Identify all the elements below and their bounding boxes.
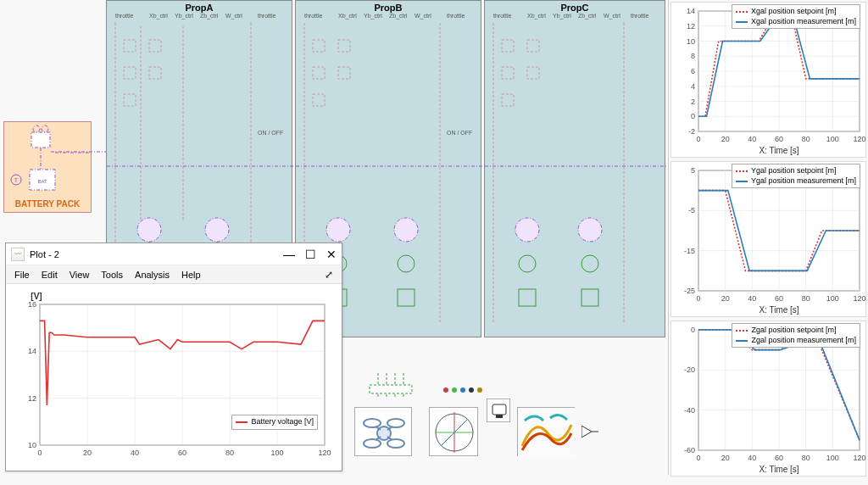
svg-rect-32 xyxy=(502,40,514,52)
battery-pack-block[interactable]: T BAT BATTERY PACK xyxy=(3,121,92,213)
svg-text:20: 20 xyxy=(721,454,730,462)
svg-point-65 xyxy=(477,387,482,393)
svg-rect-1 xyxy=(149,40,161,52)
svg-text:BAT: BAT xyxy=(37,179,47,184)
svg-text:20: 20 xyxy=(721,135,730,143)
svg-text:2: 2 xyxy=(691,98,695,106)
svg-text:0: 0 xyxy=(37,449,42,457)
menu-view[interactable]: View xyxy=(70,270,90,280)
legend-label: Battery voltage [V] xyxy=(251,417,314,427)
right-plots-panel: 020406080100120-202468101214X: Time [s] … xyxy=(668,0,868,475)
svg-text:60: 60 xyxy=(178,449,186,457)
port-label: W_ctrl xyxy=(604,13,620,19)
legend-label: Zgal position setpoint [m] xyxy=(751,326,836,336)
svg-text:100: 100 xyxy=(826,294,839,303)
svg-text:5: 5 xyxy=(691,166,695,175)
svg-point-26 xyxy=(326,218,350,242)
subsystem-prop-c[interactable]: PropC throttle Xb_ctrl Yb_ctrl Zb_ctrl W… xyxy=(484,0,665,337)
svg-text:20: 20 xyxy=(721,294,730,303)
svg-point-11 xyxy=(205,218,229,242)
svg-text:80: 80 xyxy=(802,135,810,143)
cfd-image-block[interactable] xyxy=(517,407,575,456)
svg-text:14: 14 xyxy=(687,7,695,15)
svg-rect-79 xyxy=(492,404,506,415)
port-label: Zb_ctrl xyxy=(200,13,218,19)
on-off-label: ON / OFF xyxy=(258,130,283,136)
svg-text:X: Time [s]: X: Time [s] xyxy=(759,305,798,315)
svg-text:80: 80 xyxy=(802,294,810,303)
drone-icon-block[interactable] xyxy=(354,407,412,456)
svg-rect-45 xyxy=(581,289,598,306)
axis-icon-block[interactable] xyxy=(429,407,478,456)
menu-help[interactable]: Help xyxy=(181,270,201,280)
svg-marker-82 xyxy=(581,426,592,438)
svg-rect-2 xyxy=(124,67,136,79)
plot-window[interactable]: 〰 Plot - 2 — ☐ ✕ File Edit View Tools An… xyxy=(5,242,342,471)
svg-text:12: 12 xyxy=(28,394,36,403)
svg-text:60: 60 xyxy=(775,135,783,143)
menu-file[interactable]: File xyxy=(14,270,30,280)
svg-text:10: 10 xyxy=(28,441,36,449)
svg-rect-3 xyxy=(149,67,161,79)
subsystem-title-c: PropC xyxy=(561,3,589,13)
svg-text:X: Time [s]: X: Time [s] xyxy=(759,465,798,474)
on-off-label: ON / OFF xyxy=(447,130,472,136)
port-label: Xb_ctrl xyxy=(527,13,546,19)
svg-text:80: 80 xyxy=(225,449,234,457)
svg-text:40: 40 xyxy=(748,454,756,462)
svg-point-47 xyxy=(33,125,40,132)
svg-text:4: 4 xyxy=(691,82,695,91)
maximize-button[interactable]: ☐ xyxy=(305,248,316,261)
menu-analysis[interactable]: Analysis xyxy=(135,270,170,280)
close-button[interactable]: ✕ xyxy=(326,248,337,261)
svg-text:100: 100 xyxy=(270,449,283,457)
svg-rect-20 xyxy=(313,67,325,79)
plot-area-battery[interactable]: 02040608010012010121416[V] Battery volta… xyxy=(6,284,342,471)
minimize-button[interactable]: — xyxy=(283,248,295,261)
plot-titlebar[interactable]: 〰 Plot - 2 — ☐ ✕ xyxy=(6,243,342,265)
svg-text:0: 0 xyxy=(691,112,695,120)
svg-text:10: 10 xyxy=(687,37,695,46)
chart-xgal[interactable]: 020406080100120-202468101214X: Time [s] … xyxy=(670,2,866,158)
svg-text:0: 0 xyxy=(696,454,700,462)
pin-icon[interactable]: ⤢ xyxy=(325,269,333,281)
svg-text:T: T xyxy=(14,177,19,183)
plot-app-icon: 〰 xyxy=(11,248,25,261)
svg-text:0: 0 xyxy=(696,135,700,143)
svg-rect-44 xyxy=(519,289,536,306)
port-label: throttle xyxy=(304,13,322,19)
svg-point-43 xyxy=(581,255,598,272)
bottom-schematic xyxy=(344,373,666,478)
svg-text:-25: -25 xyxy=(684,287,695,295)
svg-text:-5: -5 xyxy=(688,206,695,215)
legend-label: Xgal position measurement [m] xyxy=(751,17,856,27)
menu-tools[interactable]: Tools xyxy=(101,270,123,280)
legend-xgal: Xgal position setpoint [m] Xgal position… xyxy=(732,4,860,29)
legend-label: Ygal position measurement [m] xyxy=(751,176,856,187)
svg-text:100: 100 xyxy=(826,454,839,462)
svg-text:12: 12 xyxy=(687,22,695,31)
svg-point-29 xyxy=(398,255,415,272)
plot-menubar: File Edit View Tools Analysis Help ⤢ xyxy=(6,265,342,284)
port-label: throttle xyxy=(631,13,648,19)
svg-text:-60: -60 xyxy=(684,446,695,454)
chart-zgal[interactable]: 020406080100120-60-40-200X: Time [s] Zga… xyxy=(670,321,866,477)
svg-text:60: 60 xyxy=(775,454,783,462)
sensor-icon-block[interactable] xyxy=(487,399,510,422)
svg-point-42 xyxy=(519,255,536,272)
subsystem-title-b: PropB xyxy=(375,3,403,13)
port-label: Zb_ctrl xyxy=(578,13,596,19)
legend-label: Zgal position measurement [m] xyxy=(751,336,856,346)
svg-point-40 xyxy=(515,218,539,242)
menu-edit[interactable]: Edit xyxy=(42,270,58,280)
svg-rect-35 xyxy=(527,67,539,79)
svg-text:[V]: [V] xyxy=(31,292,42,301)
port-label: Xb_ctrl xyxy=(149,13,168,19)
chart-ygal[interactable]: 020406080100120-25-15-55X: Time [s] Ygal… xyxy=(670,161,866,317)
port-label: Yb_ctrl xyxy=(175,13,193,19)
svg-text:40: 40 xyxy=(131,449,139,457)
svg-text:8: 8 xyxy=(691,52,695,60)
svg-point-66 xyxy=(364,419,381,427)
battery-label: BATTERY PACK xyxy=(15,199,80,209)
svg-point-63 xyxy=(460,387,465,393)
